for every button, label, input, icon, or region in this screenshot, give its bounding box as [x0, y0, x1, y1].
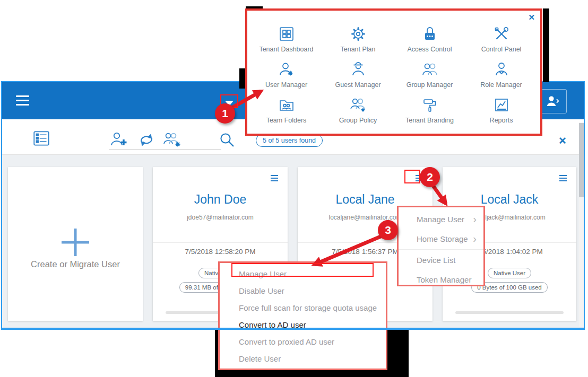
launcher-item-guest-manager[interactable]: Guest Manager	[322, 60, 394, 89]
launcher-item-label: Tenant Branding	[394, 117, 465, 124]
user-type-badge: Native User	[488, 268, 531, 278]
user-created-date: 7/5/2018 12:58:20 PM	[153, 248, 288, 256]
tenant-dashboard-icon	[277, 24, 296, 43]
results-count-badge: 5 of 5 users found	[256, 134, 323, 147]
user-name: Local Jack	[443, 192, 576, 207]
window-bottom-border	[1, 328, 585, 330]
user-name: Local Jane	[298, 192, 433, 207]
menu-item-home-storage[interactable]: Home Storage ›	[399, 229, 483, 249]
submenu-chevron-icon: ›	[473, 229, 477, 249]
guest-manager-icon	[349, 60, 368, 79]
create-or-migrate-user-card[interactable]: Create or Migrate User	[8, 167, 143, 321]
close-icon[interactable]: ✕	[558, 135, 567, 147]
menu-item-convert-to-proxied-ad-user[interactable]: Convert to proxied AD user	[220, 334, 386, 350]
launcher-item-label: Control Panel	[465, 46, 537, 53]
manage-user-menu: Manage User Disable User Force full scan…	[218, 261, 387, 370]
launcher-item-group-manager[interactable]: Group Manager	[394, 60, 465, 89]
launcher-item-reports[interactable]: Reports	[465, 95, 537, 124]
launcher-item-label: User Manager	[250, 81, 322, 89]
scrollbar-thumb[interactable]	[579, 123, 584, 197]
launcher-item-label: Reports	[465, 117, 537, 124]
menu-divider	[399, 249, 483, 250]
launcher-item-label: Group Policy	[322, 117, 394, 124]
search-icon[interactable]	[219, 131, 237, 150]
control-panel-icon	[492, 24, 511, 43]
admin-launcher-popup: ✕ Tenant Dashboard	[245, 8, 542, 136]
menu-item-disable-user[interactable]: Disable User	[220, 283, 386, 300]
launcher-item-label: Tenant Dashboard	[250, 46, 322, 53]
popup-shadow	[543, 8, 549, 82]
launcher-item-group-policy[interactable]: Group Policy	[322, 95, 394, 124]
step-1-badge: 1	[215, 103, 235, 124]
launcher-item-control-panel[interactable]: Control Panel	[465, 24, 537, 53]
search-input[interactable]	[109, 134, 221, 150]
highlight-box-card-menu	[404, 170, 420, 183]
card-menu-icon[interactable]	[559, 175, 567, 183]
step-3-badge: 3	[378, 220, 398, 240]
group-policy-icon	[349, 95, 368, 115]
menu-item-label: Token Manager	[417, 275, 471, 284]
breadcrumb: DASHBOARD > ACME > USER MANAGER	[40, 0, 225, 37]
card-menu-icon[interactable]	[271, 175, 278, 183]
user-email: jdoe57@mailinator.com	[153, 214, 288, 221]
access-control-icon	[420, 24, 439, 43]
role-manager-icon	[492, 60, 511, 79]
page-canvas: DASHBOARD > ACME > USER MANAGER	[0, 0, 588, 377]
launcher-item-label: Team Folders	[250, 117, 322, 124]
launcher-item-tenant-dashboard[interactable]: Tenant Dashboard	[250, 24, 322, 53]
group-manager-icon	[420, 60, 439, 79]
detail-list-view-icon[interactable]	[32, 129, 51, 148]
menu-item-convert-to-ad-user[interactable]: Convert to AD user	[220, 317, 386, 334]
reports-icon	[492, 95, 511, 115]
launcher-item-tenant-branding[interactable]: Tenant Branding	[394, 95, 465, 124]
launcher-item-user-manager[interactable]: User Manager	[250, 60, 322, 89]
card-context-menu: Manage User › Home Storage › Device List…	[397, 206, 485, 286]
launcher-item-role-manager[interactable]: Role Manager	[465, 60, 537, 89]
create-card-label: Create or Migrate User	[30, 258, 120, 271]
menu-item-label: Device List	[417, 256, 455, 265]
highlight-box-manage-user	[231, 263, 374, 277]
step-2-badge: 2	[420, 167, 440, 187]
menu-item-device-list[interactable]: Device List	[399, 250, 483, 270]
menu-item-force-full-scan[interactable]: Force full scan for storage quota usage	[220, 300, 386, 317]
close-icon[interactable]: ✕	[528, 13, 535, 22]
menu-item-label: Manage User	[417, 215, 464, 224]
user-account-button[interactable]	[539, 89, 567, 113]
user-manager-icon	[277, 60, 296, 79]
team-folders-icon	[277, 95, 296, 115]
hamburger-menu-icon[interactable]	[16, 95, 29, 108]
menu-item-manage-user[interactable]: Manage User ›	[399, 209, 483, 229]
menu-item-delete-user[interactable]: Delete User	[220, 350, 386, 367]
launcher-item-label: Tenant Plan	[322, 46, 394, 53]
menu-item-token-manager[interactable]: Token Manager	[399, 270, 483, 290]
launcher-grid: Tenant Dashboard Tenant Plan	[250, 24, 537, 124]
card-divider	[153, 242, 288, 243]
launcher-item-label: Guest Manager	[322, 81, 394, 89]
launcher-item-team-folders[interactable]: Team Folders	[250, 95, 322, 124]
user-avatar-icon	[545, 94, 561, 108]
launcher-item-label: Role Manager	[465, 81, 537, 89]
tenant-branding-icon	[420, 95, 439, 115]
launcher-item-label: Access Control	[394, 46, 465, 53]
launcher-item-access-control[interactable]: Access Control	[394, 24, 465, 53]
user-name: John Doe	[153, 192, 288, 207]
launcher-item-tenant-plan[interactable]: Tenant Plan	[322, 24, 394, 53]
launcher-item-label: Group Manager	[394, 81, 465, 89]
tenant-plan-icon	[349, 24, 368, 43]
storage-progress-bar	[455, 311, 564, 314]
menu-item-label: Home Storage	[417, 234, 468, 243]
submenu-chevron-icon: ›	[473, 209, 477, 229]
plus-icon	[59, 226, 91, 258]
